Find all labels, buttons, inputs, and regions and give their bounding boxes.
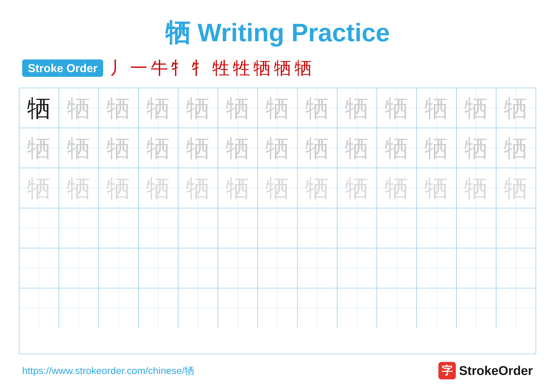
grid-cell[interactable]: 牺 [19, 168, 59, 208]
grid-cell[interactable]: 牺 [59, 88, 99, 128]
practice-char: 牺 [27, 96, 51, 120]
grid-cell[interactable]: 牺 [139, 168, 178, 208]
grid-cell[interactable]: 牺 [19, 128, 59, 168]
practice-char: 牺 [186, 136, 210, 160]
grid-cell[interactable] [377, 288, 417, 328]
stroke-step: 牜 [171, 56, 189, 80]
grid-cell[interactable] [139, 248, 178, 288]
grid-cell[interactable] [496, 208, 536, 248]
grid-cell[interactable] [457, 208, 496, 248]
practice-char: 牺 [107, 96, 130, 120]
grid-cell[interactable] [99, 288, 139, 328]
grid-cell[interactable] [218, 248, 258, 288]
practice-char: 牺 [226, 176, 250, 200]
practice-char: 牺 [464, 136, 488, 160]
grid-cell[interactable] [218, 288, 258, 328]
grid-row: 牺牺牺牺牺牺牺牺牺牺牺牺牺 [19, 168, 536, 208]
grid-cell[interactable] [496, 288, 536, 328]
grid-cell[interactable]: 牺 [496, 88, 536, 128]
grid-cell[interactable] [298, 288, 337, 328]
grid-cell[interactable]: 牺 [178, 168, 218, 208]
grid-cell[interactable]: 牺 [218, 168, 258, 208]
stroke-step: 一 [130, 56, 147, 80]
grid-row: 牺牺牺牺牺牺牺牺牺牺牺牺牺 [19, 88, 536, 128]
grid-cell[interactable]: 牺 [99, 168, 139, 208]
grid-cell[interactable] [99, 208, 139, 248]
grid-cell[interactable] [59, 288, 99, 328]
practice-char: 牺 [305, 96, 329, 120]
grid-cell[interactable] [258, 208, 297, 248]
grid-cell[interactable] [298, 208, 337, 248]
practice-char: 牺 [266, 136, 289, 160]
grid-cell[interactable]: 牺 [258, 88, 297, 128]
grid-cell[interactable]: 牺 [377, 128, 417, 168]
grid-cell[interactable]: 牺 [377, 168, 417, 208]
grid-cell[interactable] [457, 288, 496, 328]
grid-cell[interactable] [337, 208, 377, 248]
practice-char: 牺 [504, 136, 528, 160]
grid-cell[interactable]: 牺 [178, 88, 218, 128]
grid-cell[interactable] [298, 248, 337, 288]
grid-cell[interactable] [19, 208, 59, 248]
grid-cell[interactable]: 牺 [298, 168, 337, 208]
grid-cell[interactable]: 牺 [457, 128, 496, 168]
stroke-step: 牺 [295, 56, 312, 80]
grid-cell[interactable] [457, 248, 496, 288]
grid-cell[interactable]: 牺 [218, 88, 258, 128]
practice-char: 牺 [266, 96, 289, 120]
grid-cell[interactable] [417, 288, 456, 328]
practice-char: 牺 [425, 176, 448, 200]
grid-cell[interactable] [59, 208, 99, 248]
grid-cell[interactable] [377, 248, 417, 288]
page: 牺 Writing Practice Stroke Order 丿一牛牜牜牲牲牺… [0, 0, 555, 392]
grid-cell[interactable]: 牺 [337, 88, 377, 128]
practice-char: 牺 [226, 96, 250, 120]
grid-cell[interactable] [258, 288, 297, 328]
grid-cell[interactable] [139, 208, 178, 248]
logo-icon: 字 [438, 362, 456, 379]
grid-cell[interactable]: 牺 [496, 128, 536, 168]
grid-cell[interactable] [218, 208, 258, 248]
grid-cell[interactable]: 牺 [139, 128, 178, 168]
grid-cell[interactable]: 牺 [19, 88, 59, 128]
grid-cell[interactable]: 牺 [258, 168, 297, 208]
grid-cell[interactable] [337, 288, 377, 328]
grid-cell[interactable]: 牺 [258, 128, 297, 168]
grid-cell[interactable]: 牺 [99, 88, 139, 128]
grid-cell[interactable] [19, 248, 59, 288]
grid-cell[interactable]: 牺 [496, 168, 536, 208]
grid-cell[interactable] [178, 288, 218, 328]
grid-cell[interactable] [377, 208, 417, 248]
grid-cell[interactable]: 牺 [99, 128, 139, 168]
grid-cell[interactable] [417, 208, 456, 248]
grid-cell[interactable] [417, 248, 456, 288]
practice-char: 牺 [305, 176, 329, 200]
grid-cell[interactable]: 牺 [59, 168, 99, 208]
grid-cell[interactable]: 牺 [377, 88, 417, 128]
grid-cell[interactable] [99, 248, 139, 288]
grid-cell[interactable]: 牺 [417, 128, 456, 168]
grid-cell[interactable] [178, 248, 218, 288]
grid-cell[interactable] [19, 288, 59, 328]
grid-cell[interactable]: 牺 [218, 128, 258, 168]
grid-cell[interactable]: 牺 [337, 168, 377, 208]
grid-cell[interactable]: 牺 [457, 88, 496, 128]
grid-cell[interactable]: 牺 [139, 88, 178, 128]
grid-cell[interactable]: 牺 [417, 168, 456, 208]
footer-url[interactable]: https://www.strokeorder.com/chinese/牺 [22, 364, 194, 377]
grid-cell[interactable]: 牺 [417, 88, 456, 128]
practice-char: 牺 [345, 96, 369, 120]
grid-cell[interactable] [178, 208, 218, 248]
grid-cell[interactable] [139, 288, 178, 328]
grid-cell[interactable]: 牺 [337, 128, 377, 168]
grid-cell[interactable]: 牺 [298, 128, 337, 168]
grid-cell[interactable]: 牺 [298, 88, 337, 128]
grid-cell[interactable] [337, 248, 377, 288]
grid-cell[interactable]: 牺 [59, 128, 99, 168]
grid-cell[interactable] [496, 248, 536, 288]
grid-cell[interactable] [258, 248, 297, 288]
grid-cell[interactable]: 牺 [457, 168, 496, 208]
grid-row [19, 208, 536, 248]
grid-cell[interactable]: 牺 [178, 128, 218, 168]
grid-cell[interactable] [59, 248, 99, 288]
